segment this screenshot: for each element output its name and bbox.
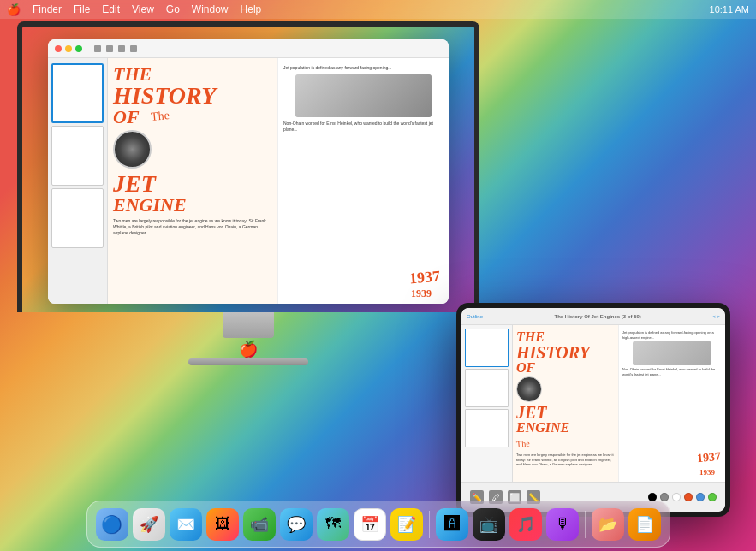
- ipad-magazine-left: THE HISTORY OF JET ENGINE The Two men ar…: [513, 325, 619, 482]
- ipad-handwritten-annotation: The: [516, 438, 530, 448]
- menu-file[interactable]: File: [74, 3, 90, 15]
- ipad-right-body: Jet propulsion is defined as any forward…: [622, 330, 722, 340]
- color-white[interactable]: [672, 493, 681, 501]
- ipad-page-thumb[interactable]: [465, 329, 509, 367]
- dock-messages[interactable]: 💬: [280, 508, 313, 541]
- airplane-image: [295, 74, 432, 117]
- ipad-title-jet: JET: [516, 404, 615, 421]
- menu-edit[interactable]: Edit: [102, 3, 120, 15]
- imac-stand: [223, 312, 274, 338]
- handwritten-annotation: The: [150, 109, 170, 124]
- ipad-right-body-2: Non-Ohain worked for Ernst Heinkel, who …: [622, 367, 722, 376]
- dock-tv[interactable]: 📺: [473, 508, 505, 541]
- ipad-content: THE HISTORY OF JET ENGINE The Two men ar…: [461, 325, 725, 482]
- menu-time: 10:11 AM: [710, 4, 749, 15]
- ipad-magazine-right: Jet propulsion is defined as any forward…: [619, 325, 725, 482]
- menu-window[interactable]: Window: [192, 3, 229, 15]
- dock-separator: [429, 511, 430, 538]
- page-thumbnail[interactable]: [51, 126, 104, 186]
- imac-screen: THE HISTORY OF JET ENGINE The Two men ar…: [17, 21, 479, 312]
- dock-photos[interactable]: 🖼: [206, 508, 239, 541]
- ipad-sidebar: [461, 325, 513, 482]
- menu-bar-right: 10:11 AM: [710, 4, 749, 15]
- magazine-year-1939: 1939: [411, 287, 432, 300]
- toolbar-item: [130, 45, 137, 52]
- document-window[interactable]: THE HISTORY OF JET ENGINE The Two men ar…: [48, 39, 449, 304]
- ipad-screen: Outline The History Of Jet Engines (3 of…: [461, 308, 725, 512]
- magazine-left-page: THE HISTORY OF JET ENGINE The Two men ar…: [108, 58, 278, 304]
- magazine-body-text: Two men are largely responsible for the …: [113, 218, 272, 236]
- dock-notes[interactable]: 📝: [390, 508, 423, 541]
- magazine-title-history: HISTORY: [113, 84, 272, 108]
- magazine-right-text-2: Non-Ohain worked for Ernst Heinkel, who …: [283, 121, 443, 133]
- doc-toolbar: [48, 39, 449, 58]
- toolbar-item: [106, 45, 113, 52]
- apple-menu[interactable]: 🍎: [7, 3, 21, 16]
- ipad-document-title: The History Of Jet Engines (3 of 50): [483, 314, 712, 319]
- dock-maps[interactable]: 🗺: [317, 508, 349, 541]
- magazine-right-page: Jet population is defined as any forward…: [278, 58, 449, 304]
- ipad-year-1937: 1937: [696, 450, 721, 465]
- dock-finder[interactable]: 🔵: [96, 508, 128, 541]
- menu-go[interactable]: Go: [166, 3, 180, 15]
- color-blue[interactable]: [696, 493, 705, 501]
- maximize-button[interactable]: [75, 45, 82, 52]
- apple-logo-imac: 🍎: [17, 340, 479, 358]
- imac-base: [188, 358, 308, 365]
- ipad-title-of: OF: [516, 361, 615, 375]
- dock-separator-2: [585, 511, 586, 538]
- close-button[interactable]: [55, 45, 62, 52]
- menu-app-name[interactable]: Finder: [33, 3, 62, 15]
- menu-bar-left: 🍎 Finder File Edit View Go Window Help: [7, 3, 261, 16]
- toolbar-item: [94, 45, 101, 52]
- doc-main: THE HISTORY OF JET ENGINE The Two men ar…: [108, 58, 449, 304]
- ipad-title-history: HISTORY: [516, 344, 615, 361]
- ipad-thumbnails: [465, 329, 509, 447]
- magazine-title-engine: ENGINE: [113, 196, 272, 215]
- imac-frame: THE HISTORY OF JET ENGINE The Two men ar…: [17, 21, 479, 355]
- color-green[interactable]: [708, 493, 717, 501]
- dock: 🔵 🚀 ✉️ 🖼 📹 💬 🗺 📅 📝 🅰 📺 🎵 🎙 📂 📄: [86, 501, 670, 548]
- ipad-nav-outline[interactable]: Outline: [467, 314, 483, 319]
- doc-sidebar: [48, 58, 108, 304]
- ipad-main-content: THE HISTORY OF JET ENGINE The Two men ar…: [513, 325, 725, 482]
- ipad-page-thumb[interactable]: [465, 369, 509, 407]
- menu-help[interactable]: Help: [241, 3, 262, 15]
- doc-content: THE HISTORY OF JET ENGINE The Two men ar…: [48, 58, 449, 304]
- dock-music[interactable]: 🎵: [509, 508, 542, 541]
- ipad-airplane-image: [633, 341, 712, 365]
- magazine-right-text: Jet population is defined as any forward…: [283, 65, 443, 71]
- magazine-year-1937: 1937: [408, 267, 441, 287]
- dock-calendar[interactable]: 📅: [354, 508, 386, 541]
- dock-appstore[interactable]: 🅰: [436, 508, 468, 541]
- ipad-page-thumb[interactable]: [465, 409, 509, 447]
- page-thumbnail[interactable]: [51, 188, 104, 248]
- ipad-frame: Outline The History Of Jet Engines (3 of…: [456, 303, 730, 517]
- dock-launchpad[interactable]: 🚀: [133, 508, 165, 541]
- dock-pages[interactable]: 📄: [628, 508, 661, 541]
- menu-view[interactable]: View: [132, 3, 154, 15]
- toolbar-item: [118, 45, 125, 52]
- color-red[interactable]: [684, 493, 693, 501]
- magazine-title-the: THE: [113, 65, 272, 84]
- engine-image: [113, 130, 152, 169]
- ipad-body-text: Two men are largely responsible for the …: [516, 453, 615, 467]
- minimize-button[interactable]: [65, 45, 72, 52]
- ipad-title-the: THE: [516, 330, 615, 344]
- ipad-year-1939: 1939: [699, 468, 715, 477]
- toolbar-tools: [94, 45, 137, 52]
- magazine-title-of: OF: [113, 108, 272, 127]
- ipad-engine-image: [516, 376, 542, 402]
- dock-facetime[interactable]: 📹: [243, 508, 276, 541]
- ipad-toolbar: Outline The History Of Jet Engines (3 of…: [461, 308, 725, 325]
- magazine-title-jet: JET: [113, 172, 272, 196]
- color-gray[interactable]: [660, 493, 669, 501]
- dock-mail[interactable]: ✉️: [170, 508, 202, 541]
- dock-finder2[interactable]: 📂: [592, 508, 624, 541]
- menu-bar: 🍎 Finder File Edit View Go Window Help 1…: [0, 0, 756, 19]
- dock-podcasts[interactable]: 🎙: [546, 508, 579, 541]
- page-thumbnail[interactable]: [51, 63, 104, 123]
- ipad-nav-arrows[interactable]: < >: [712, 314, 720, 319]
- ipad-title-engine: ENGINE: [516, 421, 615, 435]
